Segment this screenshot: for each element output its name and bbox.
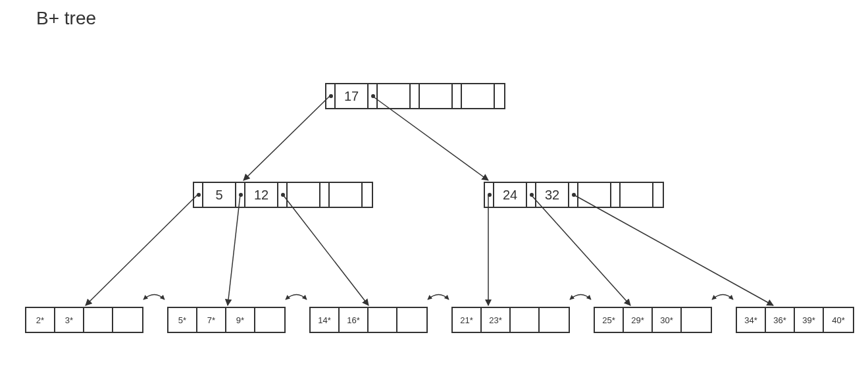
diagram-stage: B+ tree 17 5 12 24 32 2* — [0, 0, 868, 366]
internal-right-key-1: 32 — [536, 183, 569, 207]
internal-left-key-1: 12 — [245, 183, 278, 207]
arrow-ir-to-leaf5 — [574, 195, 773, 305]
leaf-cell — [255, 308, 284, 332]
internal-left-key-0: 5 — [203, 183, 236, 207]
leaf-0: 2* 3* — [25, 307, 143, 333]
leaf-cell — [369, 308, 397, 332]
leaf-cell — [397, 308, 426, 332]
leaf-link-0-1 — [143, 295, 165, 300]
pointer-dot — [488, 193, 492, 197]
leaf-cell: 7* — [197, 308, 226, 332]
leaf-1: 5* 7* 9* — [167, 307, 286, 333]
leaf-cell: 36* — [766, 308, 795, 332]
leaf-cell: 3* — [55, 308, 84, 332]
pointer-dot — [371, 94, 375, 98]
leaf-cell — [682, 308, 711, 332]
leaf-cell: 2* — [26, 308, 55, 332]
arrow-il-to-leaf2 — [283, 195, 369, 305]
leaf-cell: 23* — [482, 308, 511, 332]
root-key-1 — [378, 84, 411, 108]
root-key-2 — [420, 84, 453, 108]
pointer-dot — [572, 193, 576, 197]
pointer-dot — [197, 193, 201, 197]
leaf-cell: 29* — [624, 308, 653, 332]
leaf-cell: 40* — [824, 308, 853, 332]
pointer-dot — [239, 193, 243, 197]
pointer-dot — [329, 94, 333, 98]
leaf-5: 34* 36* 39* 40* — [736, 307, 854, 333]
leaf-link-1-2 — [286, 295, 307, 300]
arrow-il-to-leaf0 — [86, 195, 197, 305]
pointer-dot — [281, 193, 285, 197]
leaf-cell: 21* — [453, 308, 482, 332]
internal-left-node: 5 12 — [193, 182, 373, 208]
leaf-cell: 14* — [311, 308, 340, 332]
leaf-link-3-4 — [570, 295, 591, 300]
leaf-2: 14* 16* — [309, 307, 428, 333]
leaf-link-4-5 — [712, 295, 733, 300]
leaf-4: 25* 29* 30* — [594, 307, 712, 333]
leaf-cell — [84, 308, 113, 332]
root-key-3 — [462, 84, 495, 108]
leaf-cell — [113, 308, 142, 332]
internal-right-key-0: 24 — [494, 183, 527, 207]
leaf-cell — [511, 308, 540, 332]
root-key-0: 17 — [336, 84, 369, 108]
leaf-cell: 25* — [595, 308, 624, 332]
leaf-3: 21* 23* — [451, 307, 570, 333]
diagram-title: B+ tree — [36, 8, 96, 29]
internal-left-key-2 — [288, 183, 320, 207]
internal-right-key-2 — [578, 183, 611, 207]
arrow-ir-to-leaf4 — [531, 195, 630, 305]
leaf-cell: 9* — [226, 308, 255, 332]
root-node: 17 — [325, 83, 505, 109]
leaf-cell: 30* — [653, 308, 682, 332]
leaf-cell — [540, 308, 569, 332]
arrow-il-to-leaf1 — [228, 195, 240, 305]
leaf-cell: 16* — [340, 308, 369, 332]
pointer-dot — [530, 193, 534, 197]
leaf-cell: 5* — [168, 308, 197, 332]
internal-right-node: 24 32 — [484, 182, 664, 208]
leaf-link-2-3 — [428, 295, 449, 300]
arrow-root-to-left — [243, 96, 330, 180]
leaf-cell: 34* — [737, 308, 766, 332]
leaf-cell: 39* — [795, 308, 824, 332]
internal-right-key-3 — [621, 183, 653, 207]
internal-left-key-3 — [330, 183, 363, 207]
